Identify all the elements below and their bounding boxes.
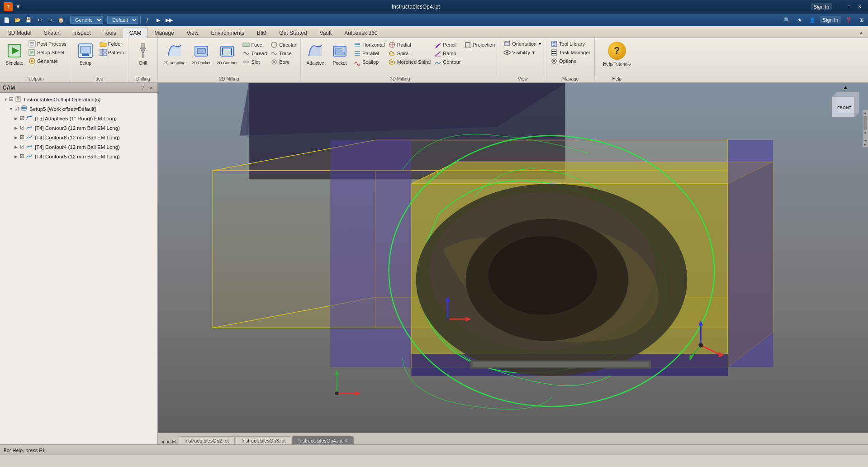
scallop-button[interactable]: Scallop bbox=[352, 58, 386, 66]
scroll-thumb[interactable] bbox=[863, 116, 867, 130]
visibility-button[interactable]: Visibility ▼ bbox=[502, 48, 543, 57]
cam-panel-help[interactable]: ? bbox=[139, 85, 146, 91]
tree-item-adaptive5[interactable]: ▶ ☑ [T3] Adaptive5 (1" Rough EM Long) bbox=[2, 114, 156, 123]
viewport-tab-op3[interactable]: InstructablesOp3.ipt bbox=[236, 436, 292, 444]
2d-adaptive-button[interactable]: 2D Adaptive bbox=[161, 40, 188, 67]
sign-in-button[interactable]: Sign In bbox=[811, 3, 832, 10]
redo-button[interactable]: ↪ bbox=[45, 15, 55, 25]
tab-bim[interactable]: BIM bbox=[251, 28, 273, 38]
orientation-button[interactable]: Orientation ▼ bbox=[502, 40, 543, 48]
face-button[interactable]: Face bbox=[241, 41, 268, 49]
viewcube-top-arrow[interactable]: ▲ bbox=[843, 84, 848, 91]
help-tutorials-button[interactable]: ? Help/Tutorials bbox=[598, 40, 636, 68]
viewport-tab-op4[interactable]: InstructablesOp4.ipt ✕ bbox=[292, 436, 354, 444]
tree-item-contour6[interactable]: ▶ ☑ [T4] Contour6 (12 mm Ball EM Long) bbox=[2, 133, 156, 142]
close-button[interactable]: ✕ bbox=[855, 3, 864, 10]
expand-btn[interactable]: ⊞ bbox=[856, 15, 866, 25]
spiral-button[interactable]: Spiral bbox=[387, 49, 432, 57]
scallop-label: Scallop bbox=[362, 59, 379, 65]
pocket-button[interactable]: Pocket bbox=[328, 40, 351, 67]
simulate-button[interactable]: Simulate bbox=[3, 40, 26, 67]
arrow-btn[interactable]: ▶ bbox=[153, 15, 163, 25]
search-icon[interactable]: 🔍 bbox=[782, 15, 792, 25]
viewport-tab-op2[interactable]: InstructablesOp2.ipt bbox=[179, 436, 235, 444]
open-button[interactable]: 📂 bbox=[13, 15, 23, 25]
ramp-button[interactable]: Ramp bbox=[433, 49, 462, 57]
thread-button[interactable]: Thread bbox=[241, 49, 268, 57]
undo-button[interactable]: ↩ bbox=[34, 15, 44, 25]
viewcube[interactable]: FRONT ▲ bbox=[827, 88, 863, 124]
arrow-left[interactable]: ◄ bbox=[863, 138, 867, 143]
tab-autodesk360[interactable]: Autodesk 360 bbox=[338, 28, 384, 38]
tree-item-contour3[interactable]: ▶ ☑ [T4] Contour3 (12 mm Ball EM Long) bbox=[2, 123, 156, 133]
arrow-right[interactable]: ► bbox=[863, 143, 867, 147]
tab-vault[interactable]: Vault bbox=[313, 28, 338, 38]
drill-button[interactable]: Drill bbox=[131, 40, 155, 67]
projection-button[interactable]: Projection bbox=[463, 41, 496, 49]
quick-toolbar: 📄 📂 💾 ↩ ↪ 🏠 Generic Default ƒ ▶ ▶▶ 🔍 ★ 👤… bbox=[0, 14, 868, 26]
horizontal-button[interactable]: Horizontal bbox=[352, 41, 386, 49]
tool-library-button[interactable]: Tool Library bbox=[549, 40, 592, 48]
contour3d-button[interactable]: Contour bbox=[433, 58, 462, 66]
style-select[interactable]: Default bbox=[107, 16, 138, 24]
generate-button[interactable]: Generate bbox=[27, 57, 68, 65]
radial-button[interactable]: Radial bbox=[387, 41, 432, 49]
scroll-up[interactable]: ▲ bbox=[863, 111, 867, 115]
adaptive-button[interactable]: Adaptive bbox=[304, 40, 327, 67]
arrow-btn2[interactable]: ▶▶ bbox=[164, 15, 174, 25]
minimize-button[interactable]: − bbox=[834, 3, 843, 10]
scroll-down[interactable]: ▼ bbox=[863, 131, 867, 135]
signin-btn[interactable]: Sign In bbox=[820, 16, 841, 24]
trace-button[interactable]: Trace bbox=[269, 49, 298, 57]
tree-expander-contour4: ▶ bbox=[14, 145, 20, 149]
tab-tools[interactable]: Tools bbox=[97, 28, 123, 38]
parallel-button[interactable]: Parallel bbox=[352, 49, 386, 57]
toolbar-separator2 bbox=[105, 16, 105, 24]
preset-select[interactable]: Generic bbox=[70, 16, 103, 24]
setup-sheet-button[interactable]: Setup Sheet bbox=[27, 48, 68, 57]
morphed-spiral-button[interactable]: Morphed Spiral bbox=[387, 58, 432, 66]
vp-tab-op4-close[interactable]: ✕ bbox=[344, 438, 348, 443]
tab-get-started[interactable]: Get Started bbox=[273, 28, 313, 38]
svg-marker-74 bbox=[330, 140, 412, 367]
svg-line-42 bbox=[465, 42, 465, 43]
tab-manage[interactable]: Manage bbox=[148, 28, 180, 38]
home-button[interactable]: 🏠 bbox=[56, 15, 66, 25]
tab-cam[interactable]: CAM bbox=[123, 28, 148, 38]
bore-button[interactable]: Bore bbox=[269, 58, 298, 66]
tab-inspect[interactable]: Inspect bbox=[67, 28, 97, 38]
new-button[interactable]: 📄 bbox=[2, 15, 12, 25]
tab-view[interactable]: View bbox=[180, 28, 205, 38]
setup-button[interactable]: Setup bbox=[74, 40, 97, 67]
tab-layout-btn[interactable]: ⊞ bbox=[172, 438, 176, 444]
folder-button[interactable]: Folder bbox=[98, 40, 125, 48]
tab-environments[interactable]: Environments bbox=[205, 28, 251, 38]
tree-item-setup5[interactable]: ▼ ☑ Setup5 [Work offset=Default] bbox=[2, 104, 156, 114]
task-manager-button[interactable]: Task Manager bbox=[549, 48, 592, 57]
tree-item-contour5[interactable]: ▶ ☑ [T4] Contour5 (12 mm Ball EM Long) bbox=[2, 152, 156, 161]
tab-nav-back[interactable]: ◄ bbox=[160, 439, 165, 444]
tab-sketch[interactable]: Sketch bbox=[38, 28, 67, 38]
user-icon[interactable]: 👤 bbox=[807, 15, 817, 25]
pencil-button[interactable]: Pencil bbox=[433, 41, 462, 49]
slot-button[interactable]: Slot bbox=[241, 58, 268, 66]
pattern-button[interactable]: Pattern bbox=[98, 48, 125, 57]
2d-pocket-button[interactable]: 2D Pocket bbox=[189, 40, 213, 67]
star-btn[interactable]: ★ bbox=[795, 15, 805, 25]
restore-button[interactable]: □ bbox=[844, 3, 854, 10]
tree-item-root[interactable]: ▼ ☑ InstructablesOp4.ipt Operation(s) bbox=[2, 95, 156, 104]
tab-3dmodel[interactable]: 3D Model bbox=[2, 28, 38, 38]
post-process-button[interactable]: Post Process bbox=[27, 40, 68, 48]
options-button[interactable]: Options bbox=[549, 57, 592, 65]
function-button[interactable]: ƒ bbox=[142, 15, 152, 25]
help-icon[interactable]: ❓ bbox=[844, 15, 854, 25]
2d-contour-button[interactable]: 2D Contour bbox=[214, 40, 240, 67]
cam-panel-close[interactable]: ✕ bbox=[147, 85, 155, 91]
circular-button[interactable]: Circular bbox=[269, 41, 298, 49]
tree-item-contour4[interactable]: ▶ ☑ [T4] Contour4 (12 mm Ball EM Long) bbox=[2, 142, 156, 152]
scroll-panel: ▲ ▼ ◄ ► bbox=[863, 110, 868, 148]
save-button[interactable]: 💾 bbox=[24, 15, 33, 25]
tab-nav-forward[interactable]: ► bbox=[166, 439, 171, 444]
ribbon-expand[interactable]: ▲ bbox=[856, 28, 866, 38]
viewport[interactable]: FRONT ▲ ▲ ▼ ◄ ► bbox=[158, 83, 868, 433]
